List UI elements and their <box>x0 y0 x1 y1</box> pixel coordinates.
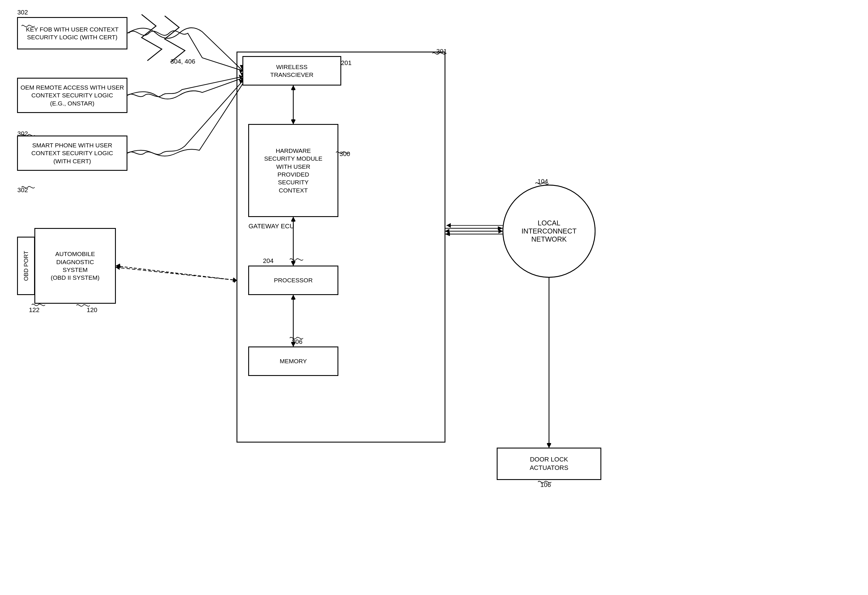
memory-label: MEMORY <box>280 357 307 365</box>
svg-marker-39 <box>233 278 237 283</box>
diagram-svg <box>0 0 868 595</box>
key-fob-box: KEY FOB WITH USER CONTEXTSECURITY LOGIC … <box>17 17 127 49</box>
ref-300: 300 <box>340 150 350 158</box>
svg-marker-43 <box>291 120 295 124</box>
svg-marker-34 <box>446 223 451 228</box>
oem-remote-label: OEM REMOTE ACCESS WITH USERCONTEXT SECUR… <box>21 84 124 107</box>
svg-marker-35 <box>239 69 243 74</box>
diagram: KEY FOB WITH USER CONTEXTSECURITY LOGIC … <box>0 0 868 595</box>
ref-120: 120 <box>87 306 97 314</box>
smart-phone-box: SMART PHONE WITH USERCONTEXT SECURITY LO… <box>17 136 127 170</box>
svg-marker-29 <box>499 229 503 233</box>
hsm-box: HARDWARESECURITY MODULEWITH USERPROVIDED… <box>248 124 338 217</box>
svg-marker-17 <box>115 264 121 268</box>
door-lock-label: DOOR LOCKACTUATORS <box>530 455 568 472</box>
svg-marker-51 <box>445 232 450 236</box>
wavy-lines-svg <box>0 0 868 595</box>
svg-marker-37 <box>239 79 243 84</box>
ref-206: 206 <box>292 338 303 345</box>
ref-301: 301 <box>436 48 447 55</box>
obd-port-label: OBD PORT <box>22 251 30 281</box>
svg-marker-55 <box>547 443 551 448</box>
ref-204: 204 <box>263 257 274 265</box>
svg-marker-30 <box>445 229 449 233</box>
local-network-label: LOCALINTERCONNECTNETWORK <box>521 219 577 243</box>
gateway-ecu-label: GATEWAY ECU <box>248 223 294 230</box>
ref-304-406: 304, 406 <box>170 58 195 65</box>
ref-302-bot: 302 <box>17 186 28 194</box>
obd-diag-label: AUTOMOBILEDIAGNOSTICSYSTEM(OBD II SYSTEM… <box>50 250 99 282</box>
svg-line-16 <box>115 266 237 280</box>
svg-marker-18 <box>233 278 237 282</box>
smart-phone-label: SMART PHONE WITH USERCONTEXT SECURITY LO… <box>31 141 113 165</box>
ref-106: 106 <box>540 481 551 489</box>
ref-302-mid: 302 <box>17 130 28 137</box>
memory-box: MEMORY <box>248 347 338 376</box>
svg-marker-53 <box>498 226 503 230</box>
svg-marker-46 <box>291 217 295 221</box>
hsm-label: HARDWARESECURITY MODULEWITH USERPROVIDED… <box>264 147 322 194</box>
ref-104: 104 <box>537 178 548 185</box>
svg-marker-45 <box>291 261 295 266</box>
oem-remote-box: OEM REMOTE ACCESS WITH USERCONTEXT SECUR… <box>17 78 127 113</box>
obd-diag-box: AUTOMOBILEDIAGNOSTICSYSTEM(OBD II SYSTEM… <box>35 228 115 303</box>
key-fob-label: KEY FOB WITH USER CONTEXTSECURITY LOGIC … <box>26 25 118 41</box>
svg-line-38 <box>115 267 237 280</box>
svg-marker-23 <box>291 261 295 266</box>
svg-marker-26 <box>291 295 295 299</box>
processor-label: PROCESSOR <box>274 276 313 284</box>
svg-marker-42 <box>291 85 295 90</box>
svg-marker-40 <box>115 265 120 270</box>
processor-box: PROCESSOR <box>248 266 338 295</box>
svg-marker-48 <box>291 295 295 300</box>
wireless-transceiver-label: WIRELESSTRANSCIEVER <box>270 63 313 79</box>
local-network-circle: LOCALINTERCONNECTNETWORK <box>503 185 595 278</box>
svg-marker-24 <box>291 217 295 221</box>
svg-marker-21 <box>291 120 295 124</box>
door-lock-box: DOOR LOCKACTUATORS <box>497 448 601 480</box>
ref-201: 201 <box>341 59 352 67</box>
svg-marker-32 <box>547 444 551 448</box>
ref-302-top: 302 <box>17 9 28 16</box>
svg-marker-20 <box>291 85 295 90</box>
ref-122: 122 <box>29 306 40 314</box>
svg-marker-36 <box>239 75 243 79</box>
obd-port-box: OBD PORT <box>17 237 35 295</box>
wireless-transceiver-box: WIRELESSTRANSCIEVER <box>243 56 341 85</box>
svg-rect-0 <box>237 52 445 442</box>
